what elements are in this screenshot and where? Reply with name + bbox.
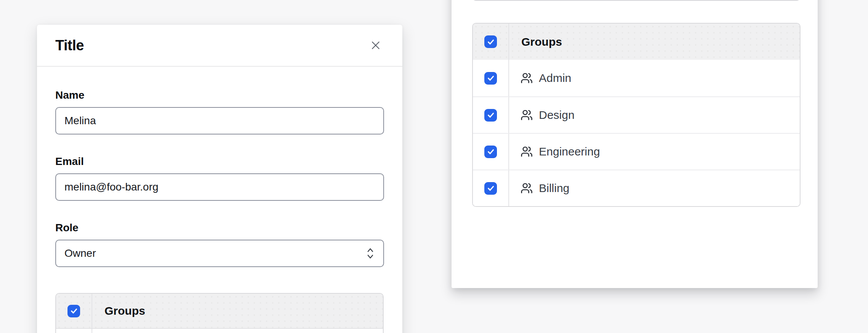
role-field-group: Role Owner [55,221,384,267]
email-field-group: Email [55,155,384,201]
table-row: Engineering [473,133,800,170]
row-checkbox[interactable] [484,146,497,158]
table-row: Design [473,96,800,133]
row-checkbox-cell [473,97,509,133]
header-checkbox-cell [56,294,92,328]
group-name: Engineering [539,145,600,158]
close-icon [370,40,381,51]
row-checkbox-cell [473,134,509,170]
edit-user-modal: Title Name Email Role Owner [37,25,402,333]
table-row: Billing [473,170,800,206]
email-label: Email [55,155,384,168]
row-checkbox-cell [473,170,509,206]
users-icon [521,182,533,194]
groups-panel: Groups [452,0,818,288]
name-label: Name [55,89,384,102]
cutoff-field-bottom-edge [472,0,800,1]
modal-title: Title [55,37,84,54]
modal-body: Name Email Role Owner [37,67,402,333]
row-checkbox-cell [473,60,509,96]
panel-groups-table: Groups [472,23,800,207]
modal-header: Title [37,25,402,67]
close-button[interactable] [367,37,384,54]
group-name: Design [539,109,574,122]
row-checkbox[interactable] [484,109,497,122]
role-select-value: Owner [64,247,96,259]
check-icon [487,74,495,82]
select-all-checkbox[interactable] [484,35,497,48]
row-checkbox[interactable] [484,182,497,195]
check-icon [487,111,495,119]
check-icon [487,38,495,46]
check-icon [487,184,495,192]
group-name: Admin [539,72,571,85]
groups-column-header: Groups [521,35,562,48]
users-icon [521,146,533,158]
modal-groups-table-header: Groups [56,294,383,329]
modal-groups-table: Groups [55,293,384,333]
panel-groups-table-header: Groups [473,24,800,60]
row-checkbox[interactable] [484,72,497,85]
group-name: Billing [539,182,569,195]
role-label: Role [55,221,384,234]
groups-column-header: Groups [104,304,145,317]
users-icon [521,72,533,84]
table-row-partial [56,329,383,333]
table-row: Admin [473,60,800,96]
header-checkbox-cell [473,24,509,60]
chevron-up-down-icon [366,247,375,260]
name-input[interactable] [55,107,384,134]
users-icon [521,109,533,121]
check-icon [487,147,495,156]
role-select[interactable]: Owner [55,240,384,267]
name-field-group: Name [55,89,384,134]
check-icon [70,307,78,315]
select-all-checkbox[interactable] [68,305,80,317]
row-checkbox-cell [56,329,92,333]
email-input[interactable] [55,173,384,201]
